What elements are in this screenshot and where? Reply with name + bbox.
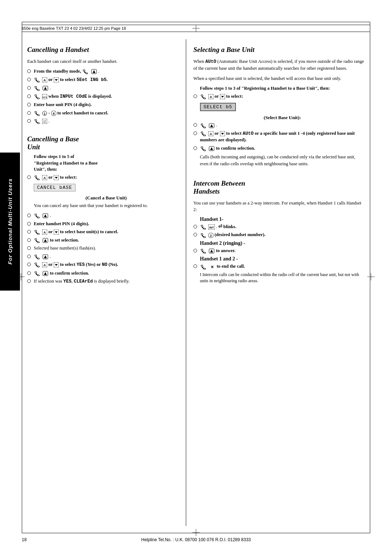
step-text: A or to select base unit(s) to cancel. — [34, 229, 118, 235]
svg-text:2: 2 — [210, 234, 212, 238]
list-item: ☑ . — [27, 118, 179, 125]
bullet-icon — [193, 123, 197, 127]
a-button-icon: A — [208, 131, 213, 136]
selecting-base-pre: A or to select: — [193, 93, 365, 100]
svg-text:☑: ☑ — [43, 120, 46, 123]
svg-text:INT: INT — [209, 226, 214, 229]
handset-icon — [201, 248, 207, 254]
menu-icon: menu — [42, 94, 47, 99]
cancel-base-intro: You can cancel any base unit that your h… — [34, 202, 179, 209]
handset-icon — [201, 123, 207, 128]
step-text: 1 - 8 to select handset to cancel. — [34, 110, 108, 117]
left-crosshair-icon — [17, 273, 25, 280]
step-text: Enter base unit PIN (4 digits). — [34, 102, 92, 108]
bullet-icon — [27, 279, 31, 283]
svg-marker-21 — [55, 177, 58, 179]
confirm-icon: ☑ — [42, 119, 47, 124]
intercom-intro: You can use your handsets as a 2-way int… — [193, 200, 365, 213]
bullet-icon — [27, 230, 31, 234]
header-bar: 650e eng Baseline TXT 23 4 02 23/4/02 12… — [22, 25, 370, 32]
int-button-icon: INT — [208, 224, 215, 230]
nav-icon — [42, 271, 48, 276]
header-crosshair-icon — [192, 25, 200, 32]
list-item: to set selection. — [27, 237, 179, 244]
nav-down-icon — [54, 230, 59, 235]
step-text: . — [34, 212, 51, 219]
intercom-note: ! Intercom calls can be conducted within… — [200, 272, 365, 284]
list-item: to answer. — [193, 248, 365, 254]
num8-icon: 8 — [51, 111, 56, 116]
step-text: to confirm selection. — [200, 145, 255, 152]
nav-down-icon — [220, 94, 225, 99]
handset-icon — [201, 146, 207, 151]
bullet-icon — [27, 238, 31, 242]
cancelling-handset-intro: Each handset can cancel itself or anothe… — [27, 58, 179, 65]
svg-marker-27 — [55, 231, 58, 233]
svg-text:8: 8 — [53, 112, 54, 116]
nav-down-icon — [54, 175, 59, 180]
step-text: A or to select: — [200, 93, 243, 100]
step-text: ✕ to end the call. — [200, 263, 245, 270]
cancelling-handset-heading: Cancelling a Handset — [27, 46, 179, 54]
nav-icon — [42, 254, 48, 259]
step-text: A or to select 5Eet ING b5. — [34, 77, 108, 84]
nav-icon — [209, 123, 215, 128]
bullet-icon — [27, 86, 31, 90]
step-text: . — [34, 85, 51, 92]
step-text: to confirm selection. — [34, 270, 89, 277]
bullet-icon — [193, 233, 197, 236]
step-text: to answer. — [200, 248, 236, 254]
right-crosshair-icon — [367, 273, 375, 280]
list-item: A or to select: — [193, 93, 365, 100]
intercom-heading: Intercom BetweenHandsets — [193, 179, 365, 195]
svg-marker-49 — [210, 147, 213, 150]
handset-icon — [201, 224, 207, 230]
svg-marker-55 — [210, 250, 213, 252]
svg-text:A: A — [210, 95, 212, 99]
bullet-icon — [27, 94, 31, 98]
list-item: A or to select: — [27, 174, 179, 181]
page-number: 18 — [22, 537, 26, 542]
step-text: If selection was YES, CLEArEd is display… — [34, 278, 130, 285]
footer: 18 Helpline Tel.No. : U.K. 08700 100 076… — [22, 537, 370, 542]
list-item: INT . ⏎ blinks. — [193, 224, 365, 230]
svg-marker-3 — [93, 70, 95, 73]
handset1-label: Handset 1- — [200, 216, 365, 222]
svg-marker-41 — [221, 96, 224, 98]
step-text: A or to select YES (Yes) or NO (No). — [34, 262, 118, 268]
bullet-icon — [27, 111, 31, 115]
bullet-icon — [27, 255, 31, 258]
list-item: Selected base number(s) flash(es). — [27, 245, 179, 252]
cancelling-base-section: Cancelling a BaseUnit Follow steps 1 to … — [27, 135, 179, 285]
list-item: Enter base unit PIN (4 digits). — [27, 102, 179, 108]
cancelling-base-heading: Cancelling a BaseUnit — [27, 135, 179, 152]
svg-text:A: A — [44, 176, 46, 180]
bullet-icon — [193, 146, 197, 150]
handset-icon — [34, 86, 40, 91]
handset-icon — [34, 230, 40, 235]
step-text: INT . ⏎ blinks. — [200, 224, 236, 230]
handset-icon — [34, 262, 40, 267]
handset2-steps: to answer. — [193, 248, 365, 254]
bullet-icon — [27, 119, 31, 123]
select-base-subheading: (Select Base Unit): — [200, 115, 365, 121]
select-base-steps: . A or — [193, 122, 365, 151]
handset-icon — [34, 238, 40, 243]
svg-marker-43 — [210, 124, 213, 127]
handset-icon — [34, 213, 40, 218]
list-item: A or to select 5Eet ING b5. — [27, 77, 179, 84]
svg-marker-31 — [44, 255, 47, 258]
handset-icon — [201, 264, 207, 270]
list-item: 2 (desired handset number). — [193, 232, 365, 238]
selecting-base-intro2: When a specified base unit is selected, … — [193, 75, 365, 82]
step-text: Selected base number(s) flash(es). — [34, 245, 96, 252]
nav-icon — [42, 238, 48, 243]
handset-icon — [34, 254, 40, 259]
bullet-icon — [27, 246, 31, 250]
col-left: Cancelling a Handset Each handset can ca… — [27, 39, 186, 526]
svg-marker-29 — [44, 239, 47, 242]
handset12-steps: ✕ to end the call. — [193, 263, 365, 270]
nav-down-icon — [54, 262, 59, 267]
selecting-base-note: Calls (both incoming and outgoing), can … — [200, 154, 365, 167]
step-text: to set selection. — [34, 237, 79, 244]
